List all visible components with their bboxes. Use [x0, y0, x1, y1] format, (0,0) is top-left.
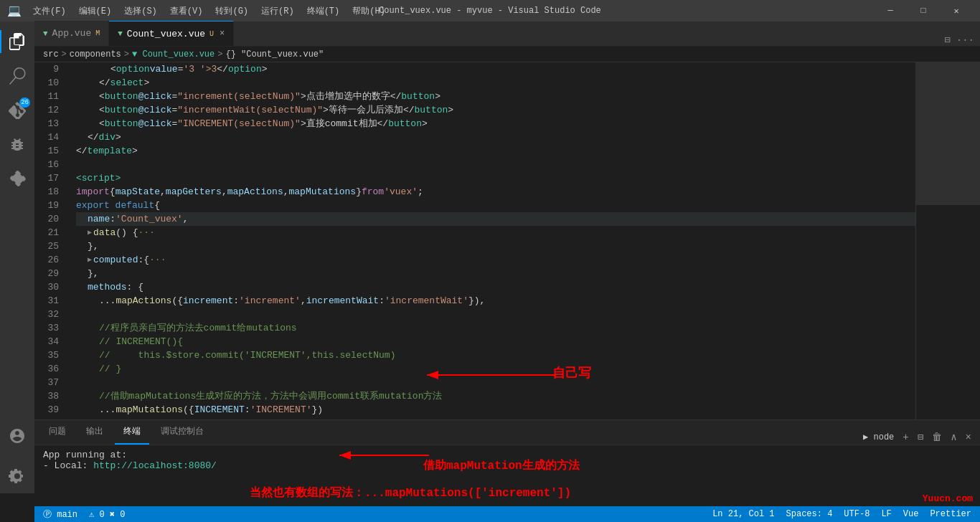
line-number: 18: [34, 185, 65, 199]
terminal-line1: App running at:: [43, 450, 971, 460]
activity-extensions[interactable]: [0, 162, 34, 196]
menu-item[interactable]: 选择(S): [118, 4, 163, 19]
code-line: export default {: [76, 199, 915, 212]
panel-split-terminal[interactable]: ⊟: [915, 430, 926, 445]
menu-item[interactable]: 编辑(E): [73, 4, 118, 19]
tab-label-2: Count_vuex.vue: [127, 29, 205, 39]
line-number: 36: [34, 362, 65, 376]
menu-item[interactable]: 转到(G): [209, 4, 254, 19]
statusbar-encoding[interactable]: UTF-8: [841, 509, 872, 519]
bottom-panel: 问题 输出 终端 调试控制台 ▶ node + ⊟ 🗑 ∧ × App runn…: [34, 419, 980, 506]
panel-tab-terminal[interactable]: 终端: [115, 419, 149, 445]
code-line: //程序员亲自写的方法去commit给mutations: [76, 321, 915, 335]
code-line: <button @click="increment(selectNum)">点击…: [76, 90, 915, 103]
more-actions-icon[interactable]: ···: [956, 34, 974, 46]
tab-count-vuex[interactable]: ▼ Count_vuex.vue U ×: [109, 21, 234, 46]
line-number: 11: [34, 90, 65, 103]
titlebar: 💻 文件(F)编辑(E)选择(S)查看(V)转到(G)运行(R)终端(T)帮助(…: [0, 0, 980, 22]
tab-label: App.vue: [52, 28, 92, 39]
panel-tabs: 问题 输出 终端 调试控制台 ▶ node + ⊟ 🗑 ∧ ×: [34, 420, 980, 445]
panel-tab-problems[interactable]: 问题: [40, 419, 75, 445]
minimap: [915, 62, 980, 419]
menu-item[interactable]: 终端(T): [301, 4, 346, 19]
activity-debug[interactable]: [0, 128, 34, 162]
breadcrumb-file[interactable]: ▼ Count_vuex.vue: [132, 49, 215, 60]
minimap-highlight: [916, 62, 980, 205]
tab-vue-icon: ▼: [43, 29, 48, 38]
panel-tab-output[interactable]: 输出: [77, 419, 112, 445]
panel-content[interactable]: App running at: - Local: http://localhos…: [34, 445, 980, 506]
terminal-link[interactable]: http://localhost:8080/: [93, 460, 217, 471]
line-number: 21: [34, 226, 65, 239]
statusbar-errors[interactable]: ⚠ 0 ✖ 0: [86, 509, 128, 520]
code-line: [76, 308, 915, 321]
breadcrumb-src[interactable]: src: [43, 49, 59, 60]
line-number: 34: [34, 335, 65, 348]
line-number: 17: [34, 171, 65, 185]
line-number: 9: [34, 62, 65, 76]
line-number: 37: [34, 376, 65, 389]
code-line: </template>: [76, 144, 915, 158]
line-number: 40: [34, 417, 65, 419]
code-line: ...mapActions({increment:'increment',inc…: [76, 294, 915, 308]
panel-chevron-up[interactable]: ∧: [948, 430, 959, 445]
activity-git[interactable]: 26: [0, 93, 34, 128]
code-line: name:'Count_vuex',: [76, 212, 915, 226]
breadcrumb-components[interactable]: components: [70, 49, 121, 60]
line-number: 25: [34, 239, 65, 253]
breadcrumb-sep1: >: [62, 49, 67, 60]
line-numbers: 9101112131415161718192021252629303132333…: [34, 62, 70, 419]
statusbar-language[interactable]: Vue: [900, 509, 922, 519]
editor-layout-icon[interactable]: ⊟: [944, 34, 950, 46]
close-button[interactable]: ✕: [940, 0, 973, 22]
statusbar-eol[interactable]: LF: [878, 509, 894, 519]
maximize-button[interactable]: □: [907, 0, 940, 22]
tab-bar: ▼ App.vue M ▼ Count_vuex.vue U × ⊟ ···: [34, 22, 980, 47]
panel-close-icon[interactable]: ×: [963, 430, 974, 445]
line-number: 20: [34, 212, 65, 226]
activity-settings[interactable]: [0, 459, 34, 493]
code-line: [76, 376, 915, 389]
minimize-button[interactable]: ─: [874, 0, 907, 22]
line-number: 30: [34, 280, 65, 294]
terminal-label: - Local:: [43, 460, 93, 471]
code-line: },: [76, 239, 915, 253]
breadcrumb-symbol[interactable]: {} "Count_vuex.vue": [225, 49, 324, 60]
menu-item[interactable]: 查看(V): [164, 4, 209, 19]
code-editor[interactable]: 9101112131415161718192021252629303132333…: [34, 62, 915, 419]
panel-icons: ▶ node + ⊟ 🗑 ∧ ×: [860, 430, 974, 445]
code-line: [76, 158, 915, 171]
statusbar-position[interactable]: Ln 21, Col 1: [710, 509, 777, 519]
tab-close-button[interactable]: ×: [220, 29, 225, 39]
titlebar-left: 💻 文件(F)编辑(E)选择(S)查看(V)转到(G)运行(R)终端(T)帮助(…: [7, 4, 391, 19]
line-number: 32: [34, 308, 65, 321]
panel-trash-icon[interactable]: 🗑: [929, 430, 945, 445]
statusbar-spaces[interactable]: Spaces: 4: [783, 509, 836, 519]
panel-tab-debug[interactable]: 调试控制台: [152, 419, 212, 445]
panel-node-label: ▶ node: [860, 430, 897, 444]
window-controls[interactable]: ─ □ ✕: [874, 0, 973, 22]
menu-bar[interactable]: 文件(F)编辑(E)选择(S)查看(V)转到(G)运行(R)终端(T)帮助(H): [27, 4, 391, 19]
status-bar: Ⓟ main ⚠ 0 ✖ 0 Ln 21, Col 1 Spaces: 4 UT…: [34, 506, 980, 522]
activity-search[interactable]: [0, 59, 34, 93]
line-number: 26: [34, 253, 65, 267]
code-content[interactable]: <option value= '3 '>3</option></select><…: [70, 62, 915, 419]
code-line: <button @click="incrementWait(selectNum)…: [76, 103, 915, 117]
activity-account[interactable]: [0, 419, 34, 453]
menu-item[interactable]: 运行(R): [255, 4, 300, 19]
code-line: methods: {: [76, 280, 915, 294]
code-line: // this.$store.commit('INCREMENT',this.s…: [76, 348, 915, 362]
code-line: import { mapState,mapGetters,mapActions,…: [76, 185, 915, 199]
code-line: // }: [76, 362, 915, 376]
tab-app-vue[interactable]: ▼ App.vue M: [34, 21, 109, 46]
line-number: 14: [34, 130, 65, 144]
panel-add-terminal[interactable]: +: [900, 430, 911, 445]
menu-item[interactable]: 文件(F): [27, 4, 72, 19]
editor-container: 9101112131415161718192021252629303132333…: [34, 62, 980, 419]
activity-explorer[interactable]: [0, 24, 34, 59]
statusbar-formatter[interactable]: Prettier: [927, 509, 974, 519]
code-line: <option value= '3 '>3</option>: [76, 62, 915, 76]
statusbar-branch[interactable]: Ⓟ main: [40, 508, 80, 521]
git-badge: 26: [19, 98, 30, 108]
line-number: 16: [34, 158, 65, 171]
